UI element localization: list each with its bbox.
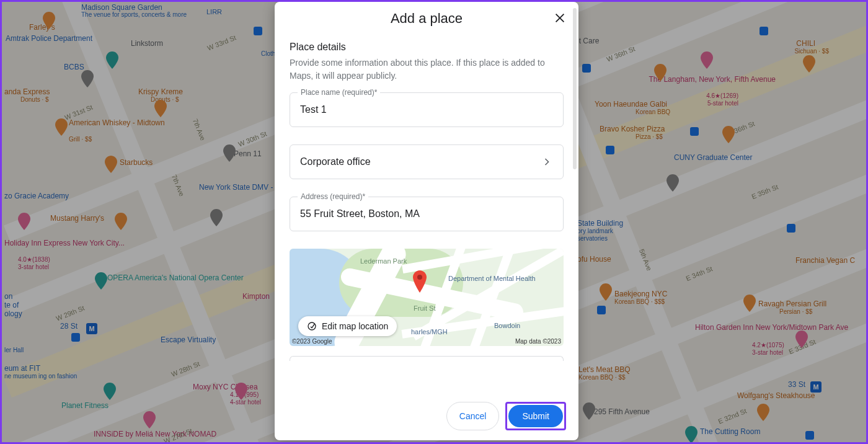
category-value: Corporate office — [300, 156, 371, 167]
preview-park-label: Lederman Park — [360, 257, 407, 265]
dialog-title: Add a place — [391, 11, 463, 27]
map-copyright: ©2023 Google — [292, 338, 332, 345]
section-description: Provide some information about this plac… — [290, 56, 564, 82]
svg-point-0 — [417, 275, 422, 280]
close-icon — [553, 11, 567, 25]
chevron-right-icon — [541, 156, 553, 168]
section-title: Place details — [290, 42, 564, 53]
category-field[interactable]: Corporate office — [290, 144, 564, 179]
cancel-button[interactable]: Cancel — [446, 402, 500, 430]
add-place-dialog: Add a place Place details Provide some i… — [275, 2, 578, 440]
map-marker-icon — [412, 270, 427, 293]
edit-icon — [307, 321, 317, 331]
map-data-attribution: Map data ©2023 — [515, 338, 561, 345]
submit-highlight: Submit — [505, 402, 566, 430]
next-field-peek[interactable] — [290, 356, 564, 361]
close-button[interactable] — [552, 11, 567, 25]
preview-dmh-label: Department of Mental Health — [448, 275, 536, 282]
preview-bowdoin-label: Bowdoin — [494, 322, 520, 329]
address-label: Address (required)* — [298, 192, 368, 201]
place-name-field[interactable]: Place name (required)* — [290, 92, 564, 127]
edit-map-location-button[interactable]: Edit map location — [298, 316, 397, 336]
submit-button[interactable]: Submit — [508, 405, 563, 427]
edit-map-location-label: Edit map location — [322, 321, 388, 331]
preview-fruit-label: Fruit St — [414, 304, 435, 312]
preview-charles-label: harles/MGH — [411, 328, 448, 335]
map-preview[interactable]: Lederman Park Fruit St Department of Men… — [290, 249, 564, 346]
address-input[interactable] — [300, 208, 553, 220]
address-field[interactable]: Address (required)* — [290, 197, 564, 231]
place-name-input[interactable] — [300, 104, 553, 115]
place-name-label: Place name (required)* — [298, 88, 380, 97]
